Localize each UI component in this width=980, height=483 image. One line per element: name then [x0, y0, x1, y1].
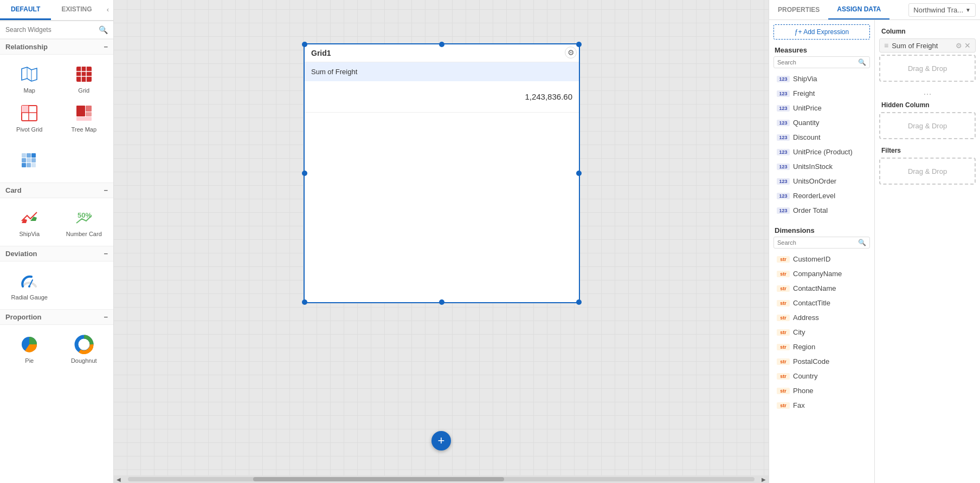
- pivot-grid-icon: [18, 102, 40, 124]
- handle-top-left[interactable]: [302, 42, 307, 47]
- card-widgets: ShipVia 50% Number Card: [0, 198, 113, 246]
- scroll-thumb[interactable]: [253, 477, 504, 481]
- hidden-column-drop-zone[interactable]: Drag & Drop: [879, 112, 976, 139]
- datasource-select[interactable]: Northwind Tra... ▼: [908, 3, 976, 17]
- svg-rect-11: [86, 112, 92, 116]
- type-badge-contacttitle: str: [777, 300, 790, 306]
- handle-mid-left[interactable]: [302, 171, 307, 176]
- widget-radial-gauge[interactable]: Radial Gauge: [2, 266, 57, 305]
- type-badge-customerid: str: [777, 256, 790, 263]
- collapse-icon-card[interactable]: −: [104, 186, 108, 194]
- dim-country[interactable]: str Country: [771, 369, 872, 383]
- column-drop-zone[interactable]: Drag & Drop: [879, 55, 976, 82]
- measure-unitprice-product[interactable]: 123 UnitPrice (Product): [771, 145, 872, 159]
- dim-companyname[interactable]: str CompanyName: [771, 267, 872, 280]
- heat-map-icon: [18, 150, 40, 172]
- handle-top-right[interactable]: [576, 42, 582, 47]
- measure-unitsonorder[interactable]: 123 UnitsOnOrder: [771, 174, 872, 188]
- add-expression-button[interactable]: ƒ+ Add Expression: [773, 24, 870, 40]
- collapse-icon[interactable]: −: [104, 43, 108, 51]
- filters-drop-zone[interactable]: Drag & Drop: [879, 158, 976, 185]
- number-card-icon: 50%: [73, 207, 95, 229]
- column-more-icon[interactable]: …: [879, 86, 976, 98]
- add-widget-button[interactable]: +: [431, 431, 451, 451]
- dim-contacttitle[interactable]: str ContactTitle: [771, 296, 872, 310]
- measure-unitprice[interactable]: 123 UnitPrice: [771, 101, 872, 115]
- widget-pivot-grid[interactable]: Pivot Grid: [2, 98, 57, 137]
- right-panel-body: ƒ+ Add Expression Measures 🔍 123 ShipVia…: [769, 20, 980, 483]
- measure-unitsinstock[interactable]: 123 UnitsInStock: [771, 160, 872, 173]
- dim-address[interactable]: str Address: [771, 311, 872, 324]
- handle-bot-center[interactable]: [439, 299, 444, 305]
- tab-existing[interactable]: EXISTING: [51, 0, 102, 20]
- radial-gauge-icon: [18, 270, 40, 292]
- measure-freight[interactable]: 123 Freight: [771, 87, 872, 100]
- grid-widget: Grid1 Sum of Freight 1,243,836.60 ⚙: [304, 43, 580, 303]
- tab-default[interactable]: DEFAULT: [0, 0, 51, 20]
- handle-mid-right[interactable]: [576, 171, 582, 176]
- widget-number-card[interactable]: 50% Number Card: [57, 203, 112, 241]
- search-input[interactable]: [5, 26, 99, 34]
- dim-postalcode[interactable]: str PostalCode: [771, 355, 872, 368]
- type-badge-unitsinstock: 123: [777, 164, 790, 170]
- dim-phone[interactable]: str Phone: [771, 384, 872, 397]
- kpi-card-label: ShipVia: [19, 231, 40, 237]
- type-badge-discount: 123: [777, 134, 790, 141]
- handle-bot-right[interactable]: [576, 299, 582, 305]
- collapse-icon-deviation[interactable]: −: [104, 250, 108, 258]
- widget-heat-map[interactable]: [2, 146, 57, 178]
- handle-bot-left[interactable]: [302, 299, 307, 305]
- collapse-arrow[interactable]: ‹: [102, 0, 113, 20]
- right-panel-tabs: PROPERTIES ASSIGN DATA Northwind Tra... …: [769, 0, 980, 20]
- dim-region[interactable]: str Region: [771, 340, 872, 354]
- dimensions-search: 🔍: [773, 237, 870, 249]
- type-badge-phone: str: [777, 388, 790, 394]
- handle-top-center[interactable]: [439, 42, 444, 47]
- measures-header: Measures: [769, 42, 874, 56]
- canvas-area: Grid1 Sum of Freight 1,243,836.60 ⚙ + ◀ …: [114, 0, 769, 483]
- svg-rect-13: [22, 153, 26, 158]
- widget-gear-icon[interactable]: ⚙: [565, 47, 577, 58]
- widget-kpi-card[interactable]: ShipVia: [2, 203, 57, 241]
- dim-contactname[interactable]: str ContactName: [771, 282, 872, 295]
- tab-properties[interactable]: PROPERTIES: [769, 1, 828, 19]
- dim-customerid[interactable]: str CustomerID: [771, 252, 872, 266]
- widget-map[interactable]: Map: [2, 59, 57, 98]
- tag-gear-icon[interactable]: ⚙: [956, 42, 962, 50]
- measure-reorderlevel[interactable]: 123 ReorderLevel: [771, 189, 872, 203]
- collapse-icon-proportion[interactable]: −: [104, 313, 108, 321]
- measure-shipvia[interactable]: 123 ShipVia: [771, 72, 872, 86]
- column-section-title: Column: [879, 24, 976, 38]
- scroll-track[interactable]: [128, 477, 755, 481]
- widget-pie[interactable]: Pie: [2, 329, 57, 368]
- column-tag-sum-of-freight: ≡ Sum of Freight ⚙ ✕: [879, 38, 976, 53]
- pie-label: Pie: [25, 357, 34, 364]
- grid-label: Grid: [78, 87, 89, 94]
- type-badge-postalcode: str: [777, 358, 790, 365]
- type-badge-city: str: [777, 329, 790, 336]
- hidden-column-section-title: Hidden Column: [879, 98, 976, 112]
- type-badge-contactname: str: [777, 285, 790, 292]
- type-badge-order-total: 123: [777, 207, 790, 214]
- tab-assign-data[interactable]: ASSIGN DATA: [828, 0, 889, 19]
- scroll-left[interactable]: ◀: [114, 475, 124, 483]
- widget-grid[interactable]: Grid: [57, 59, 112, 98]
- drag-icon: ≡: [884, 41, 888, 50]
- measure-order-total[interactable]: 123 Order Total: [771, 204, 872, 217]
- svg-rect-12: [76, 117, 92, 121]
- widget-doughnut[interactable]: Doughnut: [57, 329, 112, 368]
- scroll-right[interactable]: ▶: [759, 475, 769, 483]
- measure-discount[interactable]: 123 Discount: [771, 130, 872, 144]
- dimensions-search-icon: 🔍: [858, 239, 866, 246]
- tag-close-icon[interactable]: ✕: [964, 41, 971, 50]
- measure-quantity[interactable]: 123 Quantity: [771, 116, 872, 129]
- kpi-card-icon: [18, 207, 40, 229]
- dim-city[interactable]: str City: [771, 325, 872, 339]
- dimensions-search-input[interactable]: [777, 239, 858, 246]
- type-badge-unitprice-product: 123: [777, 149, 790, 155]
- dim-fax[interactable]: str Fax: [771, 399, 872, 412]
- tab-bar: DEFAULT EXISTING ‹: [0, 0, 113, 21]
- measures-search-input[interactable]: [777, 59, 858, 66]
- svg-rect-16: [22, 158, 26, 162]
- widget-tree-map[interactable]: Tree Map: [57, 98, 112, 137]
